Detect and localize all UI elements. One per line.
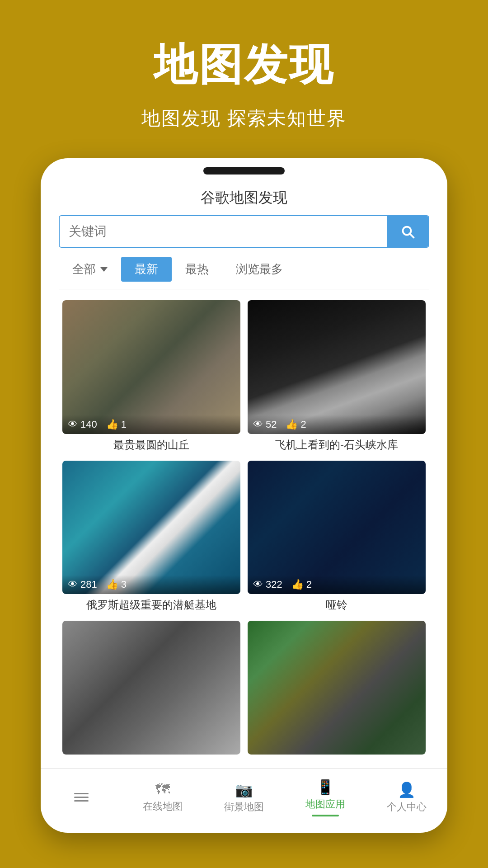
search-button[interactable] — [387, 216, 428, 247]
online-map-icon: 🗺 — [155, 781, 170, 798]
list-item[interactable] — [59, 617, 244, 764]
item-image-3: 👁 281 👍 3 — [62, 461, 240, 594]
item-title-1: 最贵最圆的山丘 — [62, 434, 240, 453]
tab-all-label: 全部 — [72, 261, 96, 277]
nav-item-profile[interactable]: 👤 个人中心 — [366, 778, 447, 816]
app-header: 谷歌地图发现 — [41, 179, 447, 215]
like-icon: 👍 — [291, 579, 304, 590]
tab-most-viewed[interactable]: 浏览最多 — [222, 257, 296, 282]
street-view-icon: 📷 — [235, 781, 253, 798]
item-image-1: 👁 140 👍 1 — [62, 300, 240, 434]
like-count-1: 👍 1 — [106, 419, 127, 430]
phone-mockup: 谷歌地图发现 全部 最新 最热 浏览最多 — [41, 158, 447, 833]
header-area: 地图发现 地图发现 探索未知世界 — [0, 0, 488, 158]
list-item[interactable]: 👁 322 👍 2 哑铃 — [244, 457, 429, 618]
eye-icon: 👁 — [253, 579, 263, 590]
view-count-4: 👁 322 — [253, 579, 282, 590]
list-item[interactable]: 👁 281 👍 3 俄罗斯超级重要的潜艇基地 — [59, 457, 244, 618]
item-title-3: 俄罗斯超级重要的潜艇基地 — [62, 594, 240, 613]
like-icon: 👍 — [106, 579, 118, 590]
view-count-3: 👁 281 — [68, 579, 97, 590]
map-apps-icon: 📱 — [316, 778, 334, 796]
like-count-2: 👍 2 — [286, 419, 306, 430]
phone-notch — [203, 167, 285, 175]
bottom-nav: 🗺 在线地图 📷 街景地图 📱 地图应用 👤 个人中心 — [41, 768, 447, 824]
hamburger-icon — [72, 791, 90, 803]
profile-icon: 👤 — [398, 781, 416, 798]
chevron-down-icon — [100, 267, 108, 272]
search-bar — [59, 215, 429, 248]
item-image-4: 👁 322 👍 2 — [248, 461, 426, 594]
stats-overlay-1: 👁 140 👍 1 — [62, 415, 240, 434]
item-title-4: 哑铃 — [248, 594, 426, 613]
nav-item-map-apps[interactable]: 📱 地图应用 — [285, 776, 366, 819]
eye-icon: 👁 — [253, 419, 263, 430]
eye-icon: 👁 — [68, 579, 78, 590]
app-content: 谷歌地图发现 全部 最新 最热 浏览最多 — [41, 179, 447, 833]
content-grid: 👁 140 👍 1 最贵最圆的山丘 👁 — [59, 297, 429, 764]
nav-label-online-map: 在线地图 — [143, 800, 183, 813]
filter-tabs: 全部 最新 最热 浏览最多 — [59, 257, 429, 289]
nav-item-street-view[interactable]: 📷 街景地图 — [203, 778, 285, 816]
tab-latest[interactable]: 最新 — [121, 257, 172, 282]
stats-overlay-4: 👁 322 👍 2 — [248, 575, 426, 594]
tab-hottest[interactable]: 最热 — [172, 257, 222, 282]
search-icon — [399, 223, 416, 240]
eye-icon: 👁 — [68, 419, 78, 430]
phone-top-bar — [41, 158, 447, 179]
like-icon: 👍 — [286, 419, 298, 430]
like-icon: 👍 — [106, 419, 118, 430]
nav-item-menu[interactable] — [41, 788, 122, 806]
item-image-5 — [62, 621, 240, 755]
nav-active-indicator — [312, 815, 339, 816]
search-input[interactable] — [60, 216, 387, 247]
list-item[interactable]: 👁 140 👍 1 最贵最圆的山丘 — [59, 297, 244, 457]
item-title-2: 飞机上看到的-石头峡水库 — [248, 434, 426, 453]
view-count-2: 👁 52 — [253, 419, 277, 430]
page-title: 地图发现 — [18, 36, 470, 95]
nav-label-map-apps: 地图应用 — [305, 797, 345, 811]
item-image-2: 👁 52 👍 2 — [248, 300, 426, 434]
stats-overlay-2: 👁 52 👍 2 — [248, 415, 426, 434]
like-count-4: 👍 2 — [291, 579, 312, 590]
nav-item-online-map[interactable]: 🗺 在线地图 — [122, 778, 203, 816]
item-title-5 — [62, 755, 240, 760]
tab-all[interactable]: 全部 — [59, 257, 121, 282]
stats-overlay-3: 👁 281 👍 3 — [62, 575, 240, 594]
nav-label-profile: 个人中心 — [387, 800, 427, 814]
view-count-1: 👁 140 — [68, 419, 97, 430]
like-count-3: 👍 3 — [106, 579, 127, 590]
item-image-6 — [248, 621, 426, 755]
page-subtitle: 地图发现 探索未知世界 — [18, 106, 470, 131]
nav-label-street-view: 街景地图 — [224, 800, 264, 814]
list-item[interactable] — [244, 617, 429, 764]
item-title-6 — [248, 755, 426, 760]
list-item[interactable]: 👁 52 👍 2 飞机上看到的-石头峡水库 — [244, 297, 429, 457]
